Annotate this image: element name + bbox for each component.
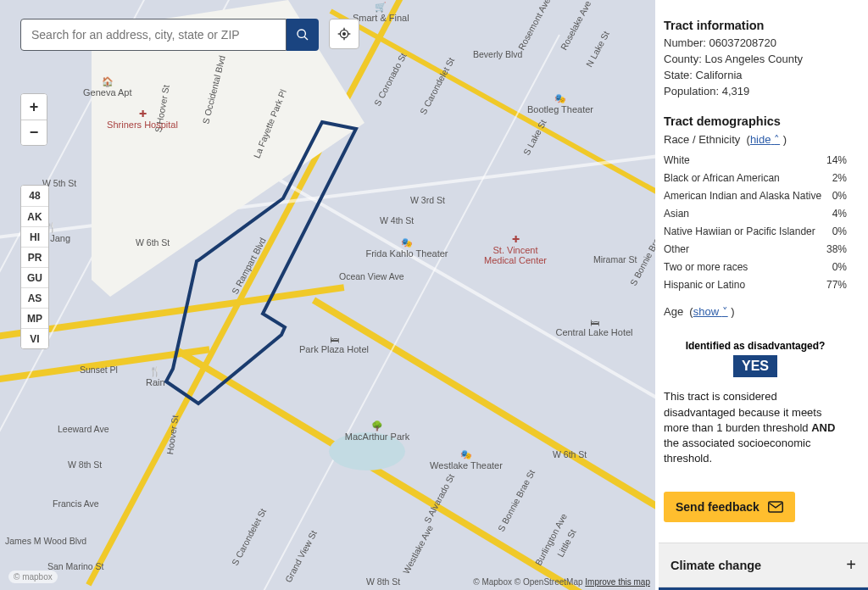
svg-point-3	[343, 33, 346, 36]
territory-shortcut-AS[interactable]: AS	[21, 287, 48, 308]
street-label: Ocean View Ave	[339, 271, 404, 281]
territory-shortcut-VI[interactable]: VI	[21, 328, 48, 348]
street-label: W 4th St	[380, 215, 414, 225]
yes-badge: YES	[733, 355, 777, 377]
tract-population: Population: 4,319	[664, 84, 868, 100]
hide-race-toggle[interactable]: hide ˄	[750, 133, 780, 146]
tract-number: Number: 06037208720	[664, 36, 868, 52]
zoom-out-button[interactable]: −	[21, 120, 47, 145]
accordion-energy[interactable]: Energy+	[659, 587, 868, 590]
demographic-row: Native Hawiian or Pacific Islander0%	[664, 222, 847, 240]
demographic-row: Other38%	[664, 240, 847, 258]
identified-label: Identified as disadvantaged?	[664, 340, 847, 352]
street-label: Leeward Ave	[58, 424, 109, 434]
crosshair-icon	[337, 27, 351, 41]
poi-restaurant: 🍴Rain	[146, 366, 165, 387]
poi-hotel: 🛏Park Plaza Hotel	[292, 334, 376, 354]
street-label: W 8th St	[366, 576, 400, 587]
accordion-climate-change[interactable]: Climate change+	[659, 543, 868, 587]
territory-shortcut-48[interactable]: 48	[21, 186, 48, 206]
age-row: Age (show ˅ )	[664, 305, 868, 318]
demographic-row: Hispanic or Latino77%	[664, 276, 847, 293]
demographic-row: Black or African American2%	[664, 169, 847, 186]
send-feedback-button[interactable]: Send feedback	[664, 492, 795, 522]
street-label: W 6th St	[136, 237, 170, 248]
street-label: W 6th St	[553, 449, 587, 459]
tract-info-header: Tract information	[664, 19, 868, 32]
territory-shortcut-GU[interactable]: GU	[21, 267, 48, 287]
zoom-control: + −	[20, 93, 47, 146]
territory-shortcut-HI[interactable]: HI	[21, 226, 48, 247]
territory-shortcut-AK[interactable]: AK	[21, 206, 48, 226]
poi-theater: 🎭Frida Kahlo Theater	[364, 237, 449, 259]
show-age-toggle[interactable]: show ˅	[693, 305, 728, 318]
poi-hospital: ✚St. Vincent Medical Center	[481, 234, 549, 265]
poi-park: 🌳MacArthur Park	[339, 420, 415, 442]
mail-icon	[768, 501, 783, 513]
plus-icon: +	[846, 555, 856, 575]
zoom-in-button[interactable]: +	[21, 94, 47, 120]
poi-theater: 🎭Westlake Theater	[424, 449, 509, 470]
race-ethnicity-table: White14%Black or African American2%Ameri…	[664, 151, 847, 293]
search-icon	[296, 28, 309, 42]
territory-shortcuts: 48AKHIPRGUASMPVI	[20, 185, 49, 349]
poi-hotel: 🛏Central Lake Hotel	[548, 317, 641, 337]
poi-store: 🛒Smart & Final	[353, 2, 409, 23]
territory-shortcut-MP[interactable]: MP	[21, 308, 48, 328]
chevron-up-icon: ˄	[774, 133, 780, 146]
street-label: James M Wood Blvd	[5, 536, 86, 546]
search-input[interactable]	[20, 19, 287, 51]
tract-state: State: California	[664, 68, 868, 84]
poi-hospital: ✚Shriners Hospital	[100, 109, 185, 130]
demographic-row: American Indian and Alaska Native0%	[664, 186, 847, 204]
indicator-accordion: Climate change+ Energy+	[659, 543, 868, 590]
search-bar	[20, 19, 359, 51]
demographic-row: Asian4%	[664, 204, 847, 222]
street-label: W 3rd St	[410, 195, 445, 205]
demographic-row: White14%	[664, 151, 847, 169]
race-ethnicity-row: Race / Ethnicity (hide ˄ )	[664, 133, 868, 146]
territory-shortcut-PR[interactable]: PR	[21, 247, 48, 267]
demographics-header: Tract demographics	[664, 114, 868, 128]
street-label: W 8th St	[68, 459, 102, 470]
tract-county: County: Los Angeles County	[664, 52, 868, 68]
disadvantaged-explanation: This tract is considered disadvantaged b…	[664, 389, 842, 466]
poi-theater: 🎭Bootleg Theater	[522, 93, 598, 114]
street-label: Beverly Blvd	[473, 49, 522, 59]
street-label: Miramar St	[593, 254, 637, 264]
improve-map-link[interactable]: Improve this map	[585, 577, 650, 587]
poi-label: 🏠Geneva Apt	[83, 76, 132, 97]
map-attribution: © Mapbox © OpenStreetMap Improve this ma…	[473, 577, 650, 587]
sidebar-panel: Tract information Number: 06037208720 Co…	[659, 0, 868, 590]
street-label: Sunset Pl	[80, 365, 118, 375]
geolocate-button[interactable]	[329, 19, 359, 49]
street-label: Francis Ave	[53, 498, 99, 509]
map-canvas[interactable]: Beverly Blvd S Hoover St S Occidental Bl…	[0, 0, 655, 590]
mapbox-logo: © mapbox	[8, 571, 58, 583]
search-button[interactable]	[287, 19, 319, 51]
street-label: San Marino St	[47, 561, 104, 571]
chevron-down-icon: ˅	[722, 305, 728, 318]
demographic-row: Two or more races0%	[664, 258, 847, 276]
